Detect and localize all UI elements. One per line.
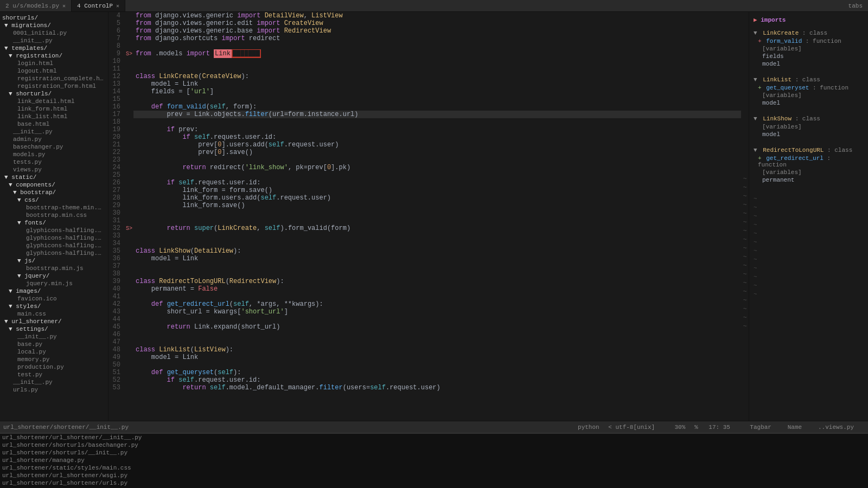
tag-section-redirecttolongurl[interactable]: ▼ RedirectToLongURL : class + get_redire… — [749, 146, 868, 184]
code-line-35: 35 class LinkShow(DetailView): — [108, 247, 741, 255]
sidebar-file-glyphicons-woff[interactable]: glyphicons-halfling... — [0, 249, 108, 257]
tag-section-linkcreate[interactable]: ▼ LinkCreate : class + form_valid : func… — [749, 29, 868, 68]
tag-header-linkshow[interactable]: ▼ LinkShow : class — [749, 114, 868, 123]
code-line-4: 4 from django.views.generic import Detai… — [108, 12, 741, 20]
sidebar-file-link-form[interactable]: link_form.html — [0, 105, 108, 113]
code-line-25: 25 — [108, 171, 741, 179]
status-filetype: python < utf-8[unix] 30% % 17: 35 Tagbar… — [578, 424, 859, 431]
tab-label: 4 ControlP — [77, 3, 113, 9]
sidebar-file-models[interactable]: models.py — [0, 151, 108, 158]
code-line-28: 28 link_form.users.add(self.request.user… — [108, 194, 741, 202]
tilde-gutter: ~~~~~~~~~~~~~~~~~~ — [741, 12, 749, 421]
sidebar-file-favicon[interactable]: favicon.ico — [0, 295, 108, 303]
tab-models[interactable]: 2 u/s/models.py ✕ — [0, 0, 72, 11]
sidebar-file-reg-complete[interactable]: registration_complete.html — [0, 75, 108, 82]
tag-variables-linkcreate: [variables] — [749, 45, 868, 53]
tag-header-redirecttolongurl[interactable]: ▼ RedirectToLongURL : class — [749, 146, 868, 155]
code-line-41: 41 — [108, 293, 741, 300]
tag-plus-icon3: + — [758, 155, 762, 162]
sidebar-item-jquery[interactable]: ▼ jquery/ — [0, 272, 108, 280]
code-line-39: 39 class RedirectToLongURL(RedirectView)… — [108, 278, 741, 285]
code-line-17: 17 prev = Link.objects.filter(url=form.i… — [108, 111, 741, 118]
tag-header-linklist[interactable]: ▼ LinkList : class — [749, 75, 868, 84]
code-line-24: 24 return redirect('link_show', pk=prev[… — [108, 164, 741, 171]
code-line-34: 34 — [108, 240, 741, 247]
tab-controlp[interactable]: 4 ControlP ✕ — [72, 0, 125, 11]
tag-section-linklist[interactable]: ▼ LinkList : class + get_queryset : func… — [749, 75, 868, 107]
sidebar-file-settings-init[interactable]: __init__.py — [0, 333, 108, 341]
sidebar-item-fonts[interactable]: ▼ fonts/ — [0, 219, 108, 227]
code-line-6: 6 from django.views.generic.base import … — [108, 27, 741, 35]
tab-close-icon[interactable]: ✕ — [116, 3, 119, 9]
sidebar-file-test-py[interactable]: test.py — [0, 371, 108, 378]
sidebar-file-bootstrap-min[interactable]: bootstrap.min.css — [0, 211, 108, 219]
code-line-31: 31 — [108, 217, 741, 224]
sidebar-item-migrations[interactable]: ▼ migrations/ — [0, 22, 108, 29]
tag-class-name: LinkCreate — [763, 30, 799, 36]
sidebar-file-logout[interactable]: logout.html — [0, 67, 108, 75]
sidebar-file-memory-py[interactable]: memory.py — [0, 356, 108, 363]
sidebar-item-bootstrap[interactable]: ▼ bootstrap/ — [0, 189, 108, 196]
code-line-11: 11 — [108, 65, 741, 73]
bottom-file-4: url_shortener/manage.py — [0, 457, 868, 464]
sidebar-file-base-py[interactable]: base.py — [0, 341, 108, 348]
sidebar-item-js[interactable]: ▼ js/ — [0, 257, 108, 265]
sidebar-file-login[interactable]: login.html — [0, 60, 108, 67]
sidebar-file-views[interactable]: views.py — [0, 166, 108, 174]
sidebar-file-link-detail[interactable]: link_detail.html — [0, 98, 108, 105]
sidebar-file-base[interactable]: base.html — [0, 120, 108, 128]
tab-close-icon[interactable]: ✕ — [62, 3, 66, 9]
code-line-5: 5 from django.views.generic.edit import … — [108, 20, 741, 27]
sidebar-file-bootstrap-js[interactable]: bootstrap.min.js — [0, 265, 108, 272]
sidebar-file-admin[interactable]: admin.py — [0, 136, 108, 143]
sidebar-file-reg-form[interactable]: registration_form.html — [0, 82, 108, 90]
sidebar-item-components[interactable]: ▼ components/ — [0, 181, 108, 189]
code-editor[interactable]: 4 from django.views.generic import Detai… — [108, 12, 741, 421]
sidebar-file-urls-py[interactable]: urls.py — [0, 386, 108, 394]
tag-item-get-queryset[interactable]: + get_queryset : function — [749, 84, 868, 92]
sidebar-item-shorturls[interactable]: shorturls/ — [0, 14, 108, 22]
tag-plus-icon2: + — [758, 85, 762, 91]
sidebar-file-local-py[interactable]: local.py — [0, 348, 108, 356]
code-line-42: 42 def get_redirect_url(self, *args, **k… — [108, 300, 741, 308]
sidebar-file-url-init[interactable]: __init__.py — [0, 378, 108, 386]
sidebar-file-jquery[interactable]: jquery.min.js — [0, 280, 108, 287]
tag-item-form-valid[interactable]: + form_valid : function — [749, 37, 868, 45]
sidebar-item-static[interactable]: ▼ static/ — [0, 174, 108, 181]
sidebar-file-maincss[interactable]: main.css — [0, 310, 108, 318]
code-line-45: 45 return Link.expand(short_url) — [108, 323, 741, 331]
sidebar-file-glyphicons-svg[interactable]: glyphicons-halfling... — [0, 234, 108, 242]
code-line-40: 40 permanent = False — [108, 285, 741, 293]
sidebar-item-shorturls-tmpl[interactable]: ▼ shorturls/ — [0, 90, 108, 98]
sidebar-file-link-list[interactable]: link_list.html — [0, 113, 108, 120]
sidebar-item-settings[interactable]: ▼ settings/ — [0, 325, 108, 333]
sidebar-item-styles[interactable]: ▼ styles/ — [0, 303, 108, 310]
sidebar-file-bootstrap-theme[interactable]: bootstrap-theme.min.css — [0, 204, 108, 211]
tag-section-linkshow[interactable]: ▼ LinkShow : class [variables] model — [749, 114, 868, 138]
sidebar-file-init1[interactable]: __init__.py — [0, 37, 108, 44]
tag-class-name2: LinkList — [763, 76, 792, 83]
sidebar-file-production-py[interactable]: production.py — [0, 363, 108, 371]
sidebar-file-glyphicons-ttf[interactable]: glyphicons-halfling... — [0, 242, 108, 249]
code-line-13: 13 model = Link — [108, 80, 741, 88]
sidebar-file-0001[interactable]: 0001_initial.py — [0, 29, 108, 37]
status-path: url_shortener/shortener/__init__.py — [3, 424, 129, 431]
sidebar-item-images[interactable]: ▼ images/ — [0, 287, 108, 295]
sidebar-item-registration[interactable]: ▼ registration/ — [0, 52, 108, 60]
sidebar-file-glyphicons-eot[interactable]: glyphicons-halfling... — [0, 227, 108, 234]
tag-variables-linkshow: [variables] — [749, 123, 868, 131]
tag-variables-linklist: [variables] — [749, 92, 868, 99]
sidebar-item-templates[interactable]: ▼ templates/ — [0, 44, 108, 52]
tag-class-type: : class — [802, 30, 827, 36]
sidebar-file-basechanger[interactable]: basechanger.py — [0, 143, 108, 151]
tag-class-type3: : class — [795, 115, 820, 122]
sidebar-file-tests[interactable]: tests.py — [0, 158, 108, 166]
tab-tabs[interactable]: tabs — [843, 3, 868, 9]
tag-arrow-icon2: ▼ — [754, 76, 757, 83]
tag-header-linkcreate[interactable]: ▼ LinkCreate : class — [749, 29, 868, 37]
sidebar-file-init2[interactable]: __init__.py — [0, 128, 108, 136]
sidebar-item-css[interactable]: ▼ css/ — [0, 196, 108, 204]
sidebar-item-url-shortener[interactable]: ▼ url_shortener/ — [0, 318, 108, 325]
tag-arrow-icon3: ▼ — [754, 115, 757, 122]
tag-item-get-redirect-url[interactable]: + get_redirect_url : function — [749, 155, 868, 169]
